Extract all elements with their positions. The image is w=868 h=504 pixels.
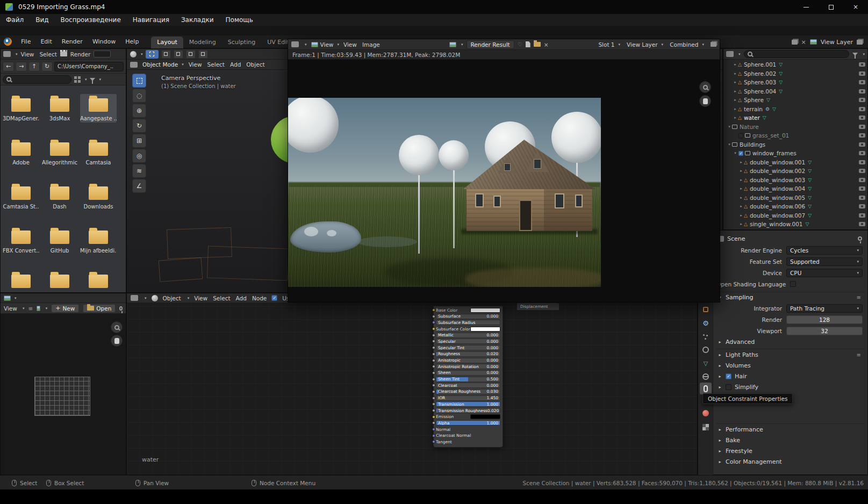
tool-gizmo-icon[interactable] [130, 51, 137, 57]
node-input-row[interactable]: Transmission Roughness0.020 [436, 408, 500, 413]
new-image-button[interactable]: +New [51, 304, 79, 313]
node-value-slider[interactable]: Transmission Roughness0.020 [436, 408, 500, 413]
outliner-item[interactable]: ▸△Sphere.001▽ [723, 60, 867, 69]
editor-type-icon[interactable] [131, 295, 138, 301]
workspace-tab-sculpting[interactable]: Sculpting [222, 37, 261, 48]
workspace-tab-layout[interactable]: Layout [151, 37, 183, 48]
material-properties-tab[interactable] [700, 407, 712, 419]
disclosure-right-icon[interactable]: ▸ [738, 196, 744, 200]
topbar-menu-help[interactable]: Help [120, 38, 144, 45]
gray-socket-icon[interactable] [432, 421, 435, 424]
directory-path-field[interactable]: C:\Users\Company_.. [54, 62, 124, 71]
outliner-item[interactable]: ▾✓window_frames [723, 149, 867, 158]
topbar-menu-edit[interactable]: Edit [35, 38, 56, 45]
node-input-row[interactable]: Specular0.000 [436, 339, 500, 344]
render-visibility-icon[interactable] [859, 178, 865, 182]
disclosure-right-icon[interactable]: ▸ [738, 222, 744, 226]
render-visibility-icon[interactable] [859, 196, 865, 200]
panel-menu-icon[interactable]: ≡ [857, 352, 861, 358]
image-name-field[interactable]: Render Result [467, 40, 514, 49]
node-menu-node[interactable]: Node [252, 295, 267, 301]
node-value-slider[interactable]: Specular Tint0.000 [436, 345, 500, 350]
minimize-button[interactable] [794, 0, 819, 14]
zoom-gizmo[interactable] [699, 81, 711, 93]
gray-socket-icon[interactable] [432, 409, 435, 412]
panel-header-color-management[interactable]: ▸Color Management [716, 456, 865, 467]
node-value-slider[interactable]: Roughness0.020 [436, 351, 500, 357]
tool-button[interactable]: ↻ [132, 119, 146, 133]
topbar-menu-window[interactable]: Window [88, 38, 120, 45]
player-menu-item[interactable]: Файл [0, 16, 30, 24]
outliner-item[interactable]: ▸△double_window.002▽ [723, 167, 867, 176]
modifiers-properties-tab[interactable]: ⚙ [700, 317, 712, 329]
yellow-socket-icon[interactable] [432, 415, 435, 419]
up-button[interactable]: ↑ [28, 62, 40, 71]
tool-button[interactable]: ⊞ [132, 134, 146, 148]
workspace-tab-modeling[interactable]: Modeling [183, 37, 222, 48]
node-value-slider[interactable]: Specular0.000 [436, 339, 500, 344]
node-value-slider[interactable]: Clearcoat0.000 [436, 383, 500, 388]
purple-socket-icon[interactable] [432, 440, 435, 443]
file-browser-menu-view[interactable]: View [21, 51, 34, 57]
tool-button[interactable]: ◎ [132, 149, 146, 163]
gray-socket-icon[interactable] [432, 365, 435, 368]
topbar-menu-file[interactable]: File [16, 38, 35, 45]
pin-icon[interactable] [119, 306, 123, 311]
open-image-button[interactable]: Open [83, 304, 116, 313]
folder-tile[interactable]: Allegorithmic [41, 138, 78, 167]
render-visibility-icon[interactable] [859, 80, 865, 84]
color-swatch[interactable] [470, 308, 500, 313]
viewport-menu-view[interactable]: View [189, 61, 202, 68]
player-menu-item[interactable]: Воспроизведение [54, 16, 126, 24]
node-value-slider[interactable]: Subsurface Radius [436, 320, 500, 325]
editor-type-icon[interactable] [130, 62, 138, 68]
window-icon[interactable] [711, 42, 716, 47]
image-view-menu[interactable]: View [4, 305, 17, 312]
outliner-item[interactable]: ▸△double_window.006▽ [723, 202, 867, 211]
node-value-slider[interactable]: Metallic0.000 [436, 333, 500, 338]
disclosure-right-icon[interactable]: ▸ [733, 80, 738, 84]
disclosure-right-icon[interactable]: ▸ [738, 178, 744, 182]
node-input-row[interactable]: Specular Tint0.000 [436, 345, 500, 350]
node-input-row[interactable]: Metallic0.000 [436, 333, 500, 338]
panel-checkbox[interactable]: ✓ [726, 373, 731, 379]
node-menu-view[interactable]: View [194, 295, 207, 301]
folder-tile[interactable]: Adobe [3, 138, 39, 167]
node-value-slider[interactable]: Subsurface0.000 [436, 314, 500, 319]
node-menu-select[interactable]: Select [213, 295, 230, 301]
node-input-row[interactable]: Base Color [436, 307, 500, 313]
node-input-row[interactable]: Clearcoat Roughness0.030 [436, 389, 500, 394]
scene-icon[interactable] [792, 40, 798, 45]
editor-type-icon[interactable] [726, 51, 734, 57]
render-pass-dropdown[interactable]: Combined▾ [670, 41, 704, 48]
tool-button[interactable]: ⊕ [132, 104, 146, 118]
folder-tile[interactable]: Camtasia [80, 138, 117, 167]
color-swatch[interactable] [470, 414, 500, 419]
player-menu-item[interactable]: Вид [30, 16, 54, 24]
menu-icon[interactable]: ≡ [28, 305, 33, 312]
unlink-scene-icon[interactable]: × [801, 39, 806, 46]
folder-tile[interactable]: Dash [41, 182, 78, 211]
view-layer-label[interactable]: View Layer [821, 39, 853, 46]
viewport-menu-add[interactable]: Add [230, 61, 241, 68]
use-nodes-checkbox[interactable]: ✓ [271, 295, 277, 301]
select-mode-set-icon[interactable] [161, 50, 171, 59]
render-canvas[interactable] [288, 60, 720, 302]
node-value-slider[interactable]: IOR1.450 [436, 395, 500, 401]
render-visibility-icon[interactable] [859, 222, 865, 226]
node-value-slider[interactable]: Transmission1.000 [436, 401, 500, 407]
viewport-menu-select[interactable]: Select [207, 61, 225, 68]
fake-user-heart-icon[interactable]: ♡ [518, 41, 522, 47]
world-properties-tab[interactable] [700, 371, 712, 383]
node-input-row[interactable]: Anisotropic0.000 [436, 358, 500, 363]
node-value-slider[interactable]: Alpha1.000 [436, 420, 500, 426]
file-search-input[interactable] [3, 75, 71, 84]
panel-header-light-paths[interactable]: ▸Light Paths≡ [716, 349, 865, 360]
panel-checkbox[interactable] [726, 384, 731, 390]
sampling-panel-header[interactable]: ▾ Sampling ≡ [716, 292, 865, 303]
outliner-item[interactable]: ▾Buildings [723, 140, 867, 149]
gray-socket-icon[interactable] [432, 334, 435, 337]
tool-button[interactable]: ∠ [132, 179, 146, 193]
color-swatch[interactable] [470, 327, 500, 332]
outliner-item[interactable]: ▸△Sphere.004▽ [723, 87, 867, 96]
